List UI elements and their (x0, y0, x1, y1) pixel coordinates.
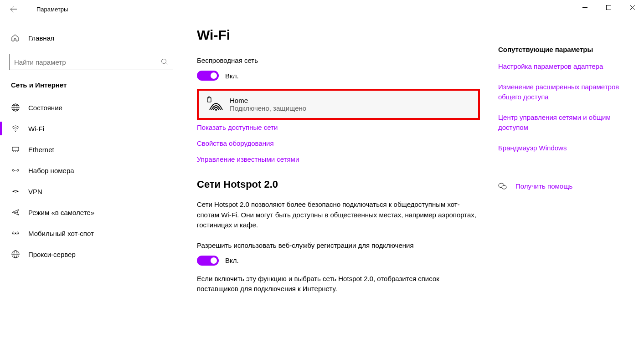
link-advanced-sharing[interactable]: Изменение расширенных параметров общего … (498, 82, 626, 103)
minimize-icon (582, 5, 587, 10)
sidebar-item-label: Режим «в самолете» (28, 209, 94, 216)
sidebar-item-status[interactable]: Состояние (0, 97, 182, 118)
sidebar-item-airplane[interactable]: Режим «в самолете» (0, 202, 182, 223)
home-icon (11, 34, 20, 42)
related-settings: Сопутствующие параметры Настройка параме… (480, 27, 626, 359)
sidebar-item-proxy[interactable]: Прокси-сервер (0, 244, 182, 265)
maximize-icon (606, 5, 611, 10)
airplane-icon (11, 208, 20, 216)
link-network-center[interactable]: Центр управления сетями и общим доступом (498, 113, 626, 133)
wifi-secured-icon (206, 96, 226, 113)
search-input[interactable] (14, 58, 161, 66)
current-network-card[interactable]: Home Подключено, защищено (197, 89, 480, 120)
minimize-button[interactable] (573, 0, 597, 15)
svg-point-14 (215, 109, 217, 111)
close-button[interactable] (620, 0, 644, 15)
sidebar-item-label: Набор номера (28, 167, 74, 174)
sidebar: Главная Сеть и Интернет Состояние Wi-Fi … (0, 18, 182, 359)
hotspot-toggle[interactable] (197, 256, 219, 266)
sidebar-item-label: Состояние (28, 104, 62, 112)
svg-point-7 (17, 169, 19, 171)
network-name: Home (230, 97, 306, 104)
svg-rect-13 (207, 97, 211, 102)
svg-point-6 (12, 169, 14, 171)
maximize-button[interactable] (597, 0, 620, 15)
svg-rect-0 (606, 5, 611, 10)
sidebar-item-hotspot[interactable]: Мобильный хот-спот (0, 223, 182, 244)
svg-rect-5 (12, 147, 19, 151)
globe-icon (11, 103, 20, 112)
sidebar-item-label: VPN (28, 188, 42, 195)
svg-point-10 (15, 233, 16, 234)
arrow-left-icon (10, 5, 17, 13)
link-show-available-networks[interactable]: Показать доступные сети (197, 123, 480, 131)
sidebar-item-label: Прокси-сервер (28, 251, 76, 258)
link-adapter-settings[interactable]: Настройка параметров адаптера (498, 62, 626, 72)
sidebar-item-vpn[interactable]: VPN (0, 181, 182, 202)
search-icon (161, 58, 168, 66)
window-controls (573, 0, 644, 15)
sidebar-item-label: Ethernet (28, 146, 54, 154)
sidebar-item-label: Мобильный хот-спот (28, 230, 94, 237)
get-help-row[interactable]: Получить помощь (498, 181, 626, 192)
sidebar-item-ethernet[interactable]: Ethernet (0, 139, 182, 160)
main-content: Wi-Fi Беспроводная сеть Вкл. (182, 18, 644, 359)
hotspot-icon (11, 229, 20, 237)
link-get-help[interactable]: Получить помощь (515, 181, 572, 192)
svg-point-1 (162, 59, 166, 64)
wireless-toggle-row: Вкл. (197, 71, 480, 81)
page-title: Wi-Fi (197, 27, 480, 43)
help-icon (498, 182, 507, 191)
hotspot-description-2: Если включить эту функцию и выбрать сеть… (197, 274, 480, 294)
titlebar: Параметры (0, 0, 644, 18)
close-icon (630, 5, 635, 10)
back-button[interactable] (5, 0, 23, 18)
vpn-icon (11, 187, 20, 195)
sidebar-item-wifi[interactable]: Wi-Fi (0, 118, 182, 139)
ethernet-icon (11, 145, 20, 154)
svg-point-16 (502, 185, 506, 189)
sidebar-item-dialup[interactable]: Набор номера (0, 160, 182, 181)
link-manage-known-networks[interactable]: Управление известными сетями (197, 155, 480, 163)
link-hardware-properties[interactable]: Свойства оборудования (197, 139, 480, 147)
sidebar-home-label: Главная (28, 34, 54, 42)
sidebar-home[interactable]: Главная (0, 29, 182, 46)
hotspot-toggle-row: Вкл. (197, 256, 480, 266)
wireless-toggle[interactable] (197, 71, 219, 81)
window-title: Параметры (36, 6, 68, 13)
wireless-toggle-state: Вкл. (225, 72, 239, 80)
network-status: Подключено, защищено (230, 104, 306, 112)
sidebar-category: Сеть и Интернет (0, 81, 182, 97)
dialup-icon (11, 166, 20, 174)
hotspot-description: Сети Hotspot 2.0 позволяют более безопас… (197, 200, 480, 231)
wireless-label: Беспроводная сеть (197, 56, 480, 64)
link-firewall[interactable]: Брандмауэр Windows (498, 143, 626, 154)
sidebar-item-label: Wi-Fi (28, 125, 44, 133)
proxy-icon (11, 250, 20, 258)
hotspot-toggle-state: Вкл. (225, 256, 239, 264)
svg-point-4 (15, 131, 16, 132)
hotspot-allow-label: Разрешить использовать веб-службу регист… (197, 241, 480, 249)
related-header: Сопутствующие параметры (498, 46, 626, 53)
wifi-icon (11, 124, 20, 133)
hotspot-section-title: Сети Hotspot 2.0 (197, 179, 480, 190)
search-box[interactable] (9, 54, 173, 70)
